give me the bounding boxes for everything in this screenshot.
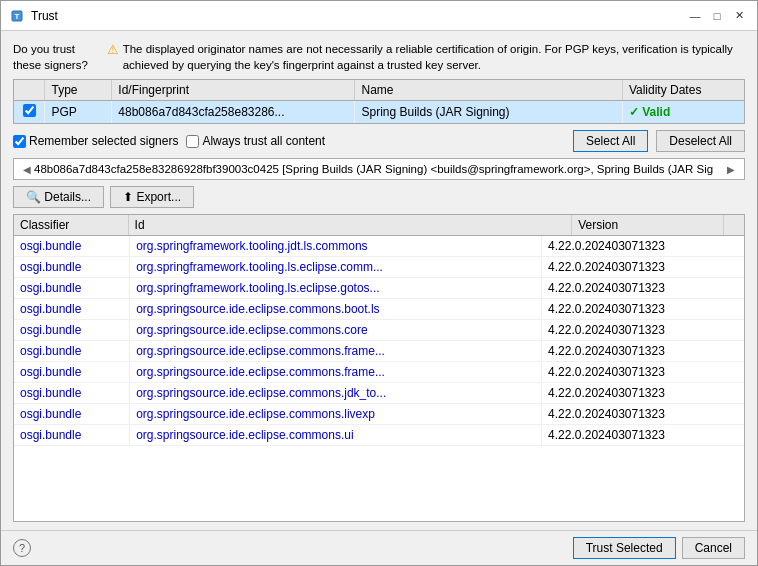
bundle-row: osgi.bundle org.springsource.ide.eclipse… [14,383,744,404]
bundles-table-container: Classifier Id Version osgi.bundle org.sp… [13,214,745,522]
remember-label[interactable]: Remember selected signers [13,134,178,148]
scroll-right-arrow[interactable]: ▶ [724,164,738,175]
fingerprint-scroll: ◀ 48b086a7d843cfa258e83286928fbf39003c04… [20,163,738,175]
window-controls: — □ ✕ [685,6,749,26]
signer-type: PGP [45,101,112,124]
window-title: Trust [31,9,685,23]
deselect-all-button[interactable]: Deselect All [656,130,745,152]
bundle-row: osgi.bundle org.springsource.ide.eclipse… [14,299,744,320]
action-buttons: 🔍 Details... ⬆ Export... [13,186,745,208]
bundle-version: 4.22.0.202403071323 [542,320,744,341]
bundle-version: 4.22.0.202403071323 [542,383,744,404]
bundle-row: osgi.bundle org.springsource.ide.eclipse… [14,404,744,425]
signer-checkbox-cell[interactable] [14,101,45,124]
fingerprint-text: 48b086a7d843cfa258e83286928fbf39003c0425… [34,163,724,175]
bundle-classifier: osgi.bundle [14,257,130,278]
bundle-version: 4.22.0.202403071323 [542,341,744,362]
bundle-classifier: osgi.bundle [14,236,130,257]
bundle-id: org.springframework.tooling.ls.eclipse.c… [130,257,542,278]
col-checkbox [14,80,45,101]
col-validity-header: Validity Dates [622,80,744,101]
options-row: Remember selected signers Always trust a… [13,130,745,152]
bundle-id: org.springsource.ide.eclipse.commons.boo… [130,299,542,320]
bundle-classifier: osgi.bundle [14,341,130,362]
help-button[interactable]: ? [13,539,31,557]
signers-table-container: Type Id/Fingerprint Name Validity Dates … [13,79,745,124]
svg-text:T: T [15,12,20,21]
select-all-button[interactable]: Select All [573,130,648,152]
remember-checkbox[interactable] [13,135,26,148]
question-text: Do you trust these signers? [13,41,103,73]
signer-validity: ✓ Valid [622,101,744,124]
col-version-header: Version [572,215,724,236]
signer-row: PGP 48b086a7d843cfa258e83286... Spring B… [14,101,744,124]
bundle-version: 4.22.0.202403071323 [542,404,744,425]
cancel-button[interactable]: Cancel [682,537,745,559]
col-name-header: Name [355,80,622,101]
bundle-classifier: osgi.bundle [14,383,130,404]
bundle-id: org.springsource.ide.eclipse.commons.fra… [130,362,542,383]
trust-selected-button[interactable]: Trust Selected [573,537,676,559]
bundle-id: org.springsource.ide.eclipse.commons.jdk… [130,383,542,404]
col-id-header: Id [128,215,572,236]
bundle-row: osgi.bundle org.springframework.tooling.… [14,278,744,299]
warning-message: Do you trust these signers? ⚠ The displa… [13,41,745,73]
col-id-header: Id/Fingerprint [112,80,355,101]
bundles-table-scroll[interactable]: osgi.bundle org.springframework.tooling.… [14,236,744,521]
col-classifier-header: Classifier [14,215,128,236]
bundle-classifier: osgi.bundle [14,320,130,341]
dialog-content: Do you trust these signers? ⚠ The displa… [1,31,757,530]
bundle-classifier: osgi.bundle [14,425,130,446]
signer-checkbox[interactable] [23,104,36,117]
bundle-id: org.springframework.tooling.ls.eclipse.g… [130,278,542,299]
always-trust-checkbox[interactable] [186,135,199,148]
export-icon: ⬆ [123,190,136,204]
always-trust-text: Always trust all content [202,134,325,148]
bundle-row: osgi.bundle org.springsource.ide.eclipse… [14,362,744,383]
bundles-header-row: Classifier Id Version [14,215,744,236]
title-bar: T Trust — □ ✕ [1,1,757,31]
signers-table: Type Id/Fingerprint Name Validity Dates … [14,80,744,123]
warning-icon: ⚠ [107,41,119,59]
bundle-version: 4.22.0.202403071323 [542,236,744,257]
bundle-id: org.springsource.ide.eclipse.commons.ui [130,425,542,446]
bundle-version: 4.22.0.202403071323 [542,257,744,278]
col-type-header: Type [45,80,112,101]
bundle-classifier: osgi.bundle [14,278,130,299]
bundle-classifier: osgi.bundle [14,362,130,383]
bundle-version: 4.22.0.202403071323 [542,425,744,446]
bottom-bar: ? Trust Selected Cancel [1,530,757,565]
warning-detail: The displayed originator names are not n… [123,41,745,73]
details-icon: 🔍 [26,190,44,204]
bundle-id: org.springframework.tooling.jdt.ls.commo… [130,236,542,257]
trust-dialog: T Trust — □ ✕ Do you trust these signers… [0,0,758,566]
scroll-left-arrow[interactable]: ◀ [20,164,34,175]
bundle-row: osgi.bundle org.springsource.ide.eclipse… [14,425,744,446]
bundle-id: org.springsource.ide.eclipse.commons.cor… [130,320,542,341]
col-scroll-spacer [724,215,744,236]
bottom-buttons: Trust Selected Cancel [573,537,745,559]
bundle-classifier: osgi.bundle [14,299,130,320]
remember-text: Remember selected signers [29,134,178,148]
details-button[interactable]: 🔍 Details... [13,186,104,208]
export-button[interactable]: ⬆ Export... [110,186,194,208]
trust-icon: T [9,8,25,24]
close-button[interactable]: ✕ [729,6,749,26]
bundle-row: osgi.bundle org.springsource.ide.eclipse… [14,320,744,341]
minimize-button[interactable]: — [685,6,705,26]
bundle-version: 4.22.0.202403071323 [542,299,744,320]
bundle-row: osgi.bundle org.springframework.tooling.… [14,236,744,257]
bundle-row: osgi.bundle org.springsource.ide.eclipse… [14,341,744,362]
always-trust-label[interactable]: Always trust all content [186,134,325,148]
bundle-id: org.springsource.ide.eclipse.commons.fra… [130,341,542,362]
bundles-table-header-table: Classifier Id Version [14,215,744,236]
bundle-version: 4.22.0.202403071323 [542,278,744,299]
fingerprint-bar: ◀ 48b086a7d843cfa258e83286928fbf39003c04… [13,158,745,180]
signers-header-row: Type Id/Fingerprint Name Validity Dates [14,80,744,101]
bundle-row: osgi.bundle org.springframework.tooling.… [14,257,744,278]
maximize-button[interactable]: □ [707,6,727,26]
bundle-version: 4.22.0.202403071323 [542,362,744,383]
signer-id: 48b086a7d843cfa258e83286... [112,101,355,124]
signer-name: Spring Builds (JAR Signing) [355,101,622,124]
bundle-classifier: osgi.bundle [14,404,130,425]
